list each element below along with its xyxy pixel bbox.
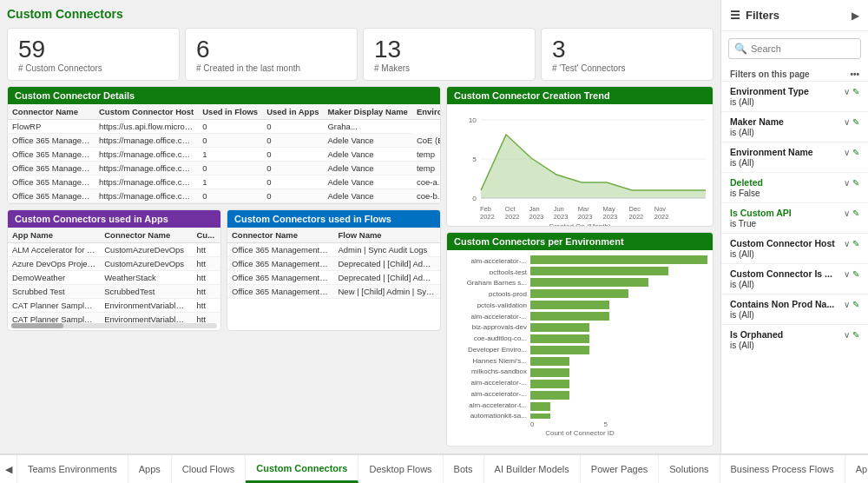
table-cell: New | [Child] Admin | Sync Log bbox=[334, 285, 441, 299]
table-row: Office 365 Management API Newhttps://man… bbox=[8, 175, 440, 189]
bar-y-label: alm-accelerator-t... bbox=[452, 400, 530, 408]
tab-teams-environments[interactable]: Teams Environments bbox=[17, 455, 128, 483]
bar-row bbox=[530, 357, 707, 366]
bar-row bbox=[530, 255, 707, 264]
table-cell: https://manage.office.com/api /v1.0 bbox=[95, 162, 198, 175]
table-cell: https://manage.office.com/api /v1.0 bbox=[95, 134, 198, 148]
tab-app...[interactable]: App... bbox=[845, 455, 868, 483]
tab-left-arrow[interactable]: ◀ bbox=[0, 455, 17, 483]
x-tick-2: Oct 2022 bbox=[505, 205, 529, 221]
detail-col-header: Maker Display Name bbox=[323, 104, 411, 120]
search-input[interactable] bbox=[751, 43, 855, 54]
filter-chevron-4[interactable]: ∨ bbox=[844, 208, 850, 218]
table-cell: htt bbox=[192, 257, 220, 271]
filter-edit-6[interactable]: ✎ bbox=[852, 269, 859, 279]
table-cell: htt bbox=[192, 243, 220, 257]
table-cell: Admin | Sync Audit Logs bbox=[334, 243, 441, 257]
table-cell: Office 365 Management API bbox=[8, 134, 95, 148]
x-axis-label: Created On (Month) bbox=[454, 222, 706, 227]
summary-number-3: 3 bbox=[552, 36, 702, 63]
bar-x-tick-5: 5 bbox=[603, 420, 607, 428]
tab-cloud-flows[interactable]: Cloud Flows bbox=[172, 455, 247, 483]
table-cell: htt bbox=[192, 299, 220, 313]
tab-power-pages[interactable]: Power Pages bbox=[581, 455, 659, 483]
table-cell: Adele Vance bbox=[323, 162, 411, 175]
table-row: Office 365 Management APIDeprecated | [C… bbox=[227, 257, 440, 271]
filter-chevron-5[interactable]: ∨ bbox=[844, 239, 850, 248]
tab-apps[interactable]: Apps bbox=[128, 455, 172, 483]
summary-label-3: # 'Test' Connectors bbox=[552, 63, 702, 73]
detail-col-header: Used in Apps bbox=[262, 104, 323, 120]
svg-text:0: 0 bbox=[472, 195, 477, 202]
filter-item-8[interactable]: Is Orphaned ∨ ✎ is (All) bbox=[721, 324, 868, 354]
filter-item-0[interactable]: Environment Type ∨ ✎ is (All) bbox=[721, 81, 868, 111]
filter-name-1: Maker Name bbox=[730, 116, 784, 127]
detail-col-header: Enviro... bbox=[412, 104, 440, 120]
tab-desktop-flows[interactable]: Desktop Flows bbox=[358, 455, 443, 483]
bar-y-label: automationkit-sa... bbox=[452, 410, 530, 419]
filter-edit-2[interactable]: ✎ bbox=[852, 148, 859, 157]
bar-y-label: pcttools-test bbox=[452, 267, 530, 275]
bar bbox=[530, 312, 609, 321]
filter-item-2[interactable]: Environment Name ∨ ✎ is (All) bbox=[721, 142, 868, 172]
filter-edit-4[interactable]: ✎ bbox=[852, 208, 859, 218]
table-cell: WeatherStack bbox=[100, 271, 192, 285]
filter-chevron-1[interactable]: ∨ bbox=[844, 117, 850, 127]
summary-card-2: 13# Makers bbox=[363, 28, 536, 81]
tab-solutions[interactable]: Solutions bbox=[659, 455, 720, 483]
bar-row bbox=[530, 334, 707, 343]
filter-chevron-2[interactable]: ∨ bbox=[844, 148, 850, 157]
detail-table: Connector NameCustom Connector HostUsed … bbox=[8, 104, 440, 203]
bar bbox=[530, 289, 628, 298]
table-cell: coe-b... bbox=[412, 189, 440, 203]
search-icon: 🔍 bbox=[734, 43, 747, 55]
svg-marker-6 bbox=[481, 135, 706, 198]
filter-item-6[interactable]: Custom Connector Is ... ∨ ✎ is (All) bbox=[721, 263, 868, 294]
bar-y-label: coe-auditlog-co... bbox=[452, 333, 530, 341]
table-cell: Office 365 Management API New bbox=[8, 175, 95, 189]
filter-edit-1[interactable]: ✎ bbox=[852, 117, 859, 127]
filter-chevron-8[interactable]: ∨ bbox=[844, 330, 850, 340]
table-row: DemoWeatherWeatherStackhtt bbox=[8, 271, 220, 285]
filter-item-5[interactable]: Custom Connector Host ∨ ✎ is (All) bbox=[721, 233, 868, 263]
search-box[interactable]: 🔍 bbox=[728, 38, 861, 59]
filter-chevron-3[interactable]: ∨ bbox=[844, 178, 850, 188]
filter-chevron-0[interactable]: ∨ bbox=[844, 87, 850, 96]
table-cell: Azure DevOps Projects bbox=[8, 257, 100, 271]
filter-edit-0[interactable]: ✎ bbox=[852, 87, 859, 96]
filter-edit-5[interactable]: ✎ bbox=[852, 239, 859, 248]
filter-edit-7[interactable]: ✎ bbox=[852, 300, 859, 309]
tab-business-process-flows[interactable]: Business Process Flows bbox=[720, 455, 845, 483]
bar bbox=[530, 267, 668, 275]
tab-ai-builder-models[interactable]: AI Builder Models bbox=[484, 455, 581, 483]
filter-edit-3[interactable]: ✎ bbox=[852, 178, 859, 188]
table-cell: CustomAzureDevOps bbox=[100, 243, 192, 257]
per-env-chart: Custom Connectors per Environment alm-ac… bbox=[446, 232, 713, 447]
x-tick-8: Nov 2022 bbox=[654, 205, 680, 221]
table-cell: htt bbox=[192, 271, 220, 285]
filters-more-icon[interactable]: ••• bbox=[850, 69, 859, 79]
filter-value-1: is (All) bbox=[730, 128, 859, 137]
table-cell: coe-a... bbox=[412, 175, 440, 189]
table-cell: 0 bbox=[198, 134, 262, 148]
filter-item-7[interactable]: Contains Non Prod Na... ∨ ✎ is (All) bbox=[721, 294, 868, 324]
bar-row bbox=[530, 278, 707, 287]
table-cell: 0 bbox=[262, 148, 323, 162]
filter-chevron-7[interactable]: ∨ bbox=[844, 300, 850, 309]
detail-table-header: Custom Connector Details bbox=[8, 87, 440, 104]
bar bbox=[530, 357, 569, 366]
bar-y-label: alm-accelerator-... bbox=[452, 377, 530, 386]
bar-row bbox=[530, 323, 707, 332]
table-cell: Office 365 Management API bbox=[227, 257, 334, 271]
filter-item-1[interactable]: Maker Name ∨ ✎ is (All) bbox=[721, 111, 868, 142]
tab-custom-connectors[interactable]: Custom Connectors bbox=[246, 455, 358, 483]
filter-item-4[interactable]: Is Custom API ∨ ✎ is True bbox=[721, 202, 868, 233]
filters-expand-icon[interactable]: ▶ bbox=[852, 10, 859, 22]
bar bbox=[530, 301, 609, 309]
bar-y-label: pctols-validation bbox=[452, 300, 530, 308]
filter-edit-8[interactable]: ✎ bbox=[852, 330, 859, 340]
filter-chevron-6[interactable]: ∨ bbox=[844, 269, 850, 279]
bar-x-tick-0: 0 bbox=[530, 420, 534, 428]
tab-bots[interactable]: Bots bbox=[444, 455, 484, 483]
filter-item-3[interactable]: Deleted ∨ ✎ is False bbox=[721, 172, 868, 202]
